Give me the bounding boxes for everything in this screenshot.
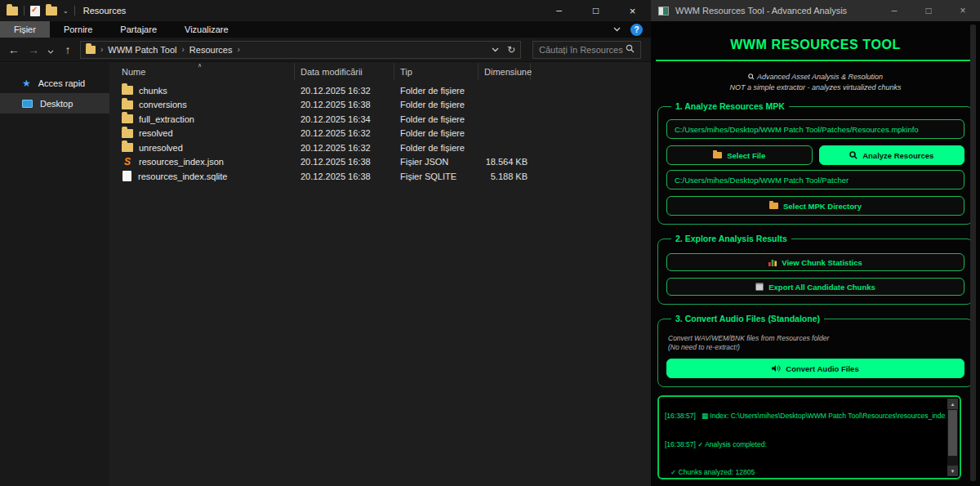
sidebar-item-quick-access[interactable]: ★ Acces rapid — [0, 73, 109, 93]
column-headers: Nume ∧ Data modificării Tip Dimensiune — [116, 63, 651, 80]
sidebar-item-desktop[interactable]: Desktop — [0, 93, 109, 114]
section-convert-audio: 3. Convert Audio Files (Standalone) Conv… — [657, 314, 973, 387]
table-row[interactable]: resources_index.sqlite 20.12.2025 16:38 … — [116, 169, 651, 184]
maximize-button[interactable]: □ — [911, 0, 946, 21]
page-title: WWM RESOURCES TOOL — [651, 38, 980, 52]
separator — [74, 6, 75, 16]
file-type: Folder de fișiere — [394, 114, 479, 124]
search-placeholder: Căutați în Resources — [539, 45, 623, 55]
file-date: 20.12.2025 16:38 — [295, 172, 394, 181]
convert-audio-note: Convert WAV/WEM/BNK files from Resources… — [668, 334, 964, 352]
breadcrumb-separator: › — [237, 45, 239, 54]
mpkinfo-path-field[interactable]: C:/Users/mihes/Desktop/WWM Patch Tool/Pa… — [666, 119, 964, 139]
sqlite-file-icon — [122, 171, 131, 181]
explorer-sidebar: ★ Acces rapid Desktop — [0, 63, 109, 486]
column-header-size[interactable]: Dimensiune — [479, 63, 531, 80]
button-label: Convert Audio Files — [786, 364, 858, 373]
sort-ascending-icon: ∧ — [198, 62, 202, 69]
column-header-name[interactable]: Nume ∧ — [116, 63, 295, 80]
refresh-icon[interactable]: ↻ — [507, 44, 515, 56]
maximize-button[interactable]: □ — [577, 0, 614, 21]
magnifier-icon — [748, 73, 755, 82]
close-button[interactable]: × — [614, 0, 651, 21]
breadcrumb-separator: › — [182, 45, 185, 54]
file-date: 20.12.2025 16:34 — [295, 114, 394, 124]
column-header-date[interactable]: Data modificării — [295, 63, 394, 80]
desktop-monitor-icon — [22, 100, 33, 108]
address-dropdown-chevron-icon[interactable] — [492, 47, 499, 52]
breadcrumb-item-resources[interactable]: Resources — [189, 45, 233, 55]
folder-icon — [122, 86, 133, 95]
expand-ribbon-chevron-icon[interactable] — [613, 27, 621, 32]
breadcrumb-item-patch-tool[interactable]: WWM Patch Tool — [108, 45, 176, 55]
table-row[interactable]: chunks 20.12.2025 16:32 Folder de fișier… — [116, 83, 651, 98]
analyze-resources-button[interactable]: Analyze Resources — [819, 145, 965, 165]
column-header-type[interactable]: Tip — [394, 63, 479, 80]
title-divider — [656, 60, 975, 61]
magnifier-icon — [849, 151, 858, 159]
up-button[interactable]: ↑ — [60, 43, 75, 56]
column-header-label: Nume — [122, 67, 145, 77]
file-date: 20.12.2025 16:32 — [295, 128, 394, 138]
file-type: Folder de fișiere — [394, 100, 479, 109]
address-bar[interactable]: › WWM Patch Tool › Resources › ↻ — [80, 41, 521, 59]
table-row[interactable]: Sresources_index.json 20.12.2025 16:38 F… — [116, 155, 651, 170]
tab-pornire[interactable]: Pornire — [50, 21, 106, 38]
search-input[interactable]: Căutați în Resources — [532, 41, 641, 59]
section-legend: 1. Analyze Resources MPK — [671, 101, 789, 111]
forward-button[interactable]: → — [26, 43, 41, 56]
explorer-titlebar: ⌄ Resources – □ × — [0, 0, 651, 21]
table-row[interactable]: unresolved 20.12.2025 16:32 Folder de fi… — [116, 140, 651, 155]
log-scrollbar[interactable]: ▲ ▼ — [947, 399, 958, 476]
scroll-down-icon[interactable]: ▼ — [947, 466, 958, 476]
subtitle-line-1: Advanced Asset Analysis & Resolution — [757, 73, 883, 81]
column-header-label: Data modificării — [301, 67, 363, 77]
section-explore-results: 2. Explore Analysis Results View Chunk S… — [657, 234, 973, 305]
ribbon-right-controls: ? — [613, 21, 643, 38]
file-type: Folder de fișiere — [394, 86, 479, 96]
export-candidate-chunks-button[interactable]: Export All Candidate Chunks — [666, 278, 964, 296]
minimize-button[interactable]: – — [541, 0, 577, 21]
recent-locations-chevron-icon[interactable] — [46, 43, 56, 56]
file-name: chunks — [139, 86, 167, 96]
view-chunk-statistics-button[interactable]: View Chunk Statistics — [666, 253, 964, 271]
button-label: Select MPK Directory — [783, 202, 862, 211]
table-row[interactable]: full_extraction 20.12.2025 16:34 Folder … — [116, 112, 651, 127]
app-window-controls: – □ × — [877, 0, 980, 21]
table-row[interactable]: resolved 20.12.2025 16:32 Folder de fiși… — [116, 127, 651, 141]
wwm-tool-window: WWM Resources Tool - Advanced Analysis –… — [651, 0, 980, 486]
desktop-canvas: ⌄ Resources – □ × Fișier Pornire Partaja… — [0, 0, 980, 486]
log-output[interactable]: [16:38:57] ▦ Index: C:\Users\mihes\Deskt… — [657, 395, 961, 479]
properties-icon[interactable] — [30, 6, 40, 16]
package-icon — [755, 283, 764, 291]
quick-access-star-icon: ★ — [22, 78, 31, 89]
section-legend: 2. Explore Analysis Results — [671, 234, 791, 243]
address-bar-controls: ↻ — [492, 44, 515, 56]
file-date: 20.12.2025 16:32 — [295, 86, 394, 96]
back-button[interactable]: ← — [7, 43, 21, 56]
table-row[interactable]: conversions 20.12.2025 16:38 Folder de f… — [116, 98, 651, 113]
minimize-button[interactable]: – — [877, 0, 911, 21]
breadcrumb-separator: › — [100, 45, 103, 54]
folder-icon — [122, 143, 133, 152]
tab-vizualizare[interactable]: Vizualizare — [171, 21, 243, 38]
close-button[interactable]: × — [946, 0, 980, 21]
app-scrollbar[interactable] — [970, 25, 976, 481]
select-mpk-directory-button[interactable]: Select MPK Directory — [666, 196, 964, 216]
patcher-path-field[interactable]: C:/Users/mihes/Desktop/WWM Patch Tool/Pa… — [666, 170, 964, 189]
log-line: [16:38:57] ✓ Analysis completed: — [665, 440, 946, 450]
select-file-button[interactable]: Select File — [666, 145, 813, 165]
scroll-up-icon[interactable]: ▲ — [947, 399, 958, 409]
file-type: Folder de fișiere — [394, 143, 479, 153]
file-date: 20.12.2025 16:38 — [295, 100, 394, 109]
tab-fisier[interactable]: Fișier — [0, 21, 50, 38]
convert-audio-files-button[interactable]: Convert Audio Files — [666, 359, 964, 378]
tab-partajare[interactable]: Partajare — [106, 21, 171, 38]
scrollbar-thumb[interactable] — [948, 410, 957, 456]
file-type: Fișier JSON — [394, 157, 479, 167]
new-folder-icon[interactable] — [46, 7, 57, 16]
file-list-pane: Nume ∧ Data modificării Tip Dimensiune c… — [109, 63, 651, 486]
explorer-window: ⌄ Resources – □ × Fișier Pornire Partaja… — [0, 0, 651, 486]
help-icon[interactable]: ? — [630, 24, 643, 36]
customize-toolbar-chevron-icon[interactable]: ⌄ — [63, 7, 69, 15]
